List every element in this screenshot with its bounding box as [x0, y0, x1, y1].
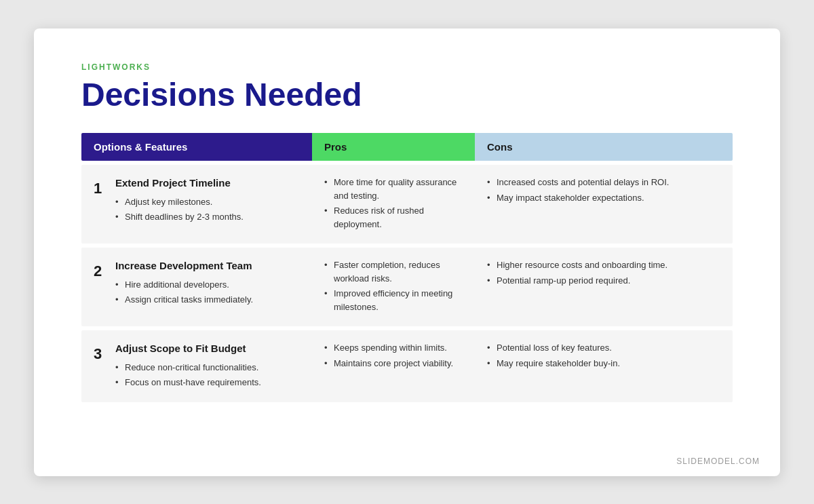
pros-bullet: Keeps spending within limits. [324, 341, 463, 355]
option-title-3: Adjust Scope to Fit Budget [115, 341, 300, 357]
option-title-2: Increase Development Team [115, 258, 300, 274]
table-row: 1Extend Project TimelineAdjust key miles… [81, 165, 733, 244]
col-header-cons: Cons [475, 133, 733, 161]
option-bullet: Focus on must-have requirements. [115, 376, 300, 389]
pros-bullet: Reduces risk of rushed deployment. [324, 204, 463, 231]
cons-bullet: Higher resource costs and onboarding tim… [487, 258, 720, 272]
table-header: Options & Features Pros Cons [81, 133, 733, 161]
pros-cell-3: Keeps spending within limits.Maintains c… [312, 330, 475, 402]
cons-bullet: May impact stakeholder expectations. [487, 191, 720, 205]
option-bullet: Assign critical tasks immediately. [115, 293, 300, 307]
option-cell-2: 2Increase Development TeamHire additiona… [81, 248, 312, 326]
footer-brand: SLIDEMODEL.COM [676, 457, 760, 466]
cons-cell-1: Increased costs and potential delays in … [475, 165, 733, 244]
pros-bullet: Maintains core project viability. [324, 357, 463, 370]
table-row: 2Increase Development TeamHire additiona… [81, 248, 733, 326]
cons-bullet: Increased costs and potential delays in … [487, 176, 720, 189]
option-content-3: Adjust Scope to Fit BudgetReduce non-cri… [115, 341, 300, 391]
table-container: Options & Features Pros Cons 1Extend Pro… [81, 133, 733, 448]
option-title-1: Extend Project Timeline [115, 176, 300, 191]
cons-bullet: Potential loss of key features. [487, 341, 720, 355]
pros-bullet: Improved efficiency in meeting milestone… [324, 287, 463, 313]
row-number-1: 1 [94, 176, 107, 199]
slide-title: Decisions Needed [81, 77, 733, 113]
option-bullet: Adjust key milestones. [115, 195, 300, 209]
pros-bullet: More time for quality assurance and test… [324, 176, 463, 202]
option-cell-1: 1Extend Project TimelineAdjust key miles… [81, 165, 312, 244]
option-bullet: Shift deadlines by 2-3 months. [115, 210, 300, 224]
pros-cell-2: Faster completion, reduces workload risk… [312, 248, 475, 326]
col-header-pros: Pros [312, 133, 475, 161]
cons-cell-3: Potential loss of key features.May requi… [475, 330, 733, 402]
option-cell-3: 3Adjust Scope to Fit BudgetReduce non-cr… [81, 330, 312, 402]
table-body: 1Extend Project TimelineAdjust key miles… [81, 161, 733, 448]
row-number-3: 3 [94, 341, 107, 365]
option-content-1: Extend Project TimelineAdjust key milest… [115, 176, 300, 226]
cons-bullet: May require stakeholder buy-in. [487, 357, 720, 370]
table-row: 3Adjust Scope to Fit BudgetReduce non-cr… [81, 330, 733, 402]
pros-bullet: Faster completion, reduces workload risk… [324, 258, 463, 285]
cons-cell-2: Higher resource costs and onboarding tim… [475, 248, 733, 326]
cons-bullet: Potential ramp-up period required. [487, 274, 720, 288]
option-bullet: Reduce non-critical functionalities. [115, 361, 300, 374]
option-bullet: Hire additional developers. [115, 278, 300, 292]
row-number-2: 2 [94, 258, 107, 282]
option-content-2: Increase Development TeamHire additional… [115, 258, 300, 309]
brand-label: LIGHTWORKS [81, 62, 733, 72]
slide: LIGHTWORKS Decisions Needed Options & Fe… [34, 28, 780, 476]
col-header-options: Options & Features [81, 133, 312, 161]
pros-cell-1: More time for quality assurance and test… [312, 165, 475, 244]
